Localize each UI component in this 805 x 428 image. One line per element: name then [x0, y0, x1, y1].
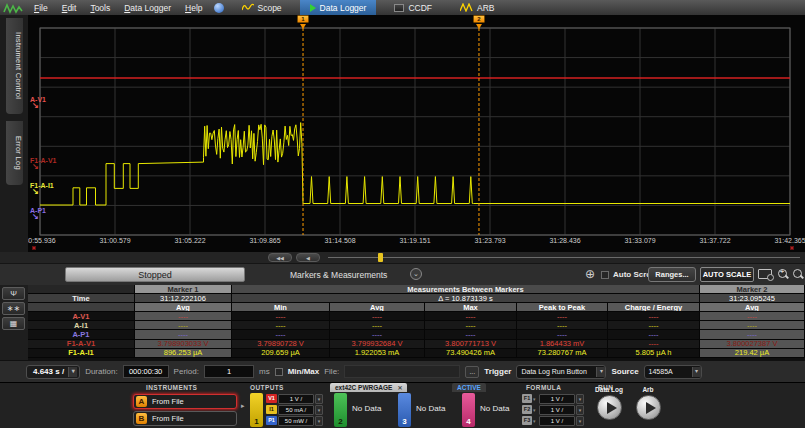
screenshot-icon[interactable]	[758, 269, 772, 279]
zoom-in-icon[interactable]: +	[777, 268, 790, 281]
marker1-avg-col: Avg	[135, 303, 232, 312]
formula-scale-f1[interactable]: 1 V /	[539, 394, 575, 404]
row-label-a-v1: A-V1	[28, 312, 135, 321]
measurement-value: 5.805 µA h	[608, 349, 700, 358]
tag-f1: F1	[522, 394, 532, 403]
scale-value-v1[interactable]: 1 V /	[278, 394, 314, 404]
auto-scale-button[interactable]: AUTO SCALE	[700, 267, 754, 282]
sidebar-tab-error-log[interactable]: Error Log	[6, 121, 23, 185]
file-field[interactable]	[344, 365, 460, 378]
chevron-down-icon[interactable]: ▾	[576, 416, 584, 426]
stopped-status-button[interactable]: Stopped	[65, 267, 245, 282]
channel-4-bar[interactable]: 4	[462, 393, 475, 427]
between-markers-header: Measurements Between Markers	[232, 285, 700, 294]
close-icon[interactable]: ✕	[397, 384, 402, 391]
instrument-a-button[interactable]: A From File	[133, 394, 237, 409]
menu-tools[interactable]: Tools	[83, 3, 117, 13]
chevron-down-icon[interactable]: ▾	[576, 394, 584, 404]
measurement-value: ----	[608, 321, 700, 330]
marker1-value: 3.798903033 V	[135, 340, 232, 349]
arb-label: Arb	[634, 386, 662, 393]
x-axis-tick: 31:37.722	[699, 237, 730, 244]
channel-2-bar[interactable]: 2	[334, 393, 347, 427]
sidebar-tab-instrument-control[interactable]: Instrument Control	[6, 18, 23, 114]
instrument-b-button[interactable]: B From File	[133, 411, 237, 426]
probe-tool-icon[interactable]: Ψ	[2, 287, 25, 300]
chart-toolbar: Stopped Markers & Measurements ⌄ ⊕ Auto …	[0, 263, 805, 285]
browse-file-button[interactable]: ...	[465, 366, 479, 378]
chevron-down-icon[interactable]: ▾	[315, 405, 323, 415]
chevron-down-icon[interactable]: ▾	[533, 418, 538, 424]
row-label-a-p1: A-P1	[28, 330, 135, 339]
tab-scope[interactable]: Scope	[232, 0, 292, 15]
tab-data-logger[interactable]: Data Logger	[300, 0, 377, 15]
ranges-button[interactable]: Ranges...	[648, 267, 696, 282]
marker-flag-2[interactable]: 2	[473, 15, 485, 29]
source-dropdown[interactable]: 14585A ▾	[644, 365, 702, 379]
channel-1-bar[interactable]: 1	[250, 393, 263, 427]
auto-scroll-checkbox[interactable]	[601, 271, 609, 279]
channel-2-no-data: No Data	[352, 404, 381, 413]
file-tab-active-log[interactable]: ext42C PWRGAGE ✕	[330, 383, 407, 392]
scroll-track[interactable]	[328, 257, 800, 258]
zoom-out-icon[interactable]	[792, 268, 805, 281]
crosshair-icon[interactable]: ⊕	[585, 267, 595, 281]
channel-arrow-icon: ↘	[32, 163, 56, 170]
menu-bar: File Edit Tools Data Logger Help Scope D…	[0, 0, 805, 15]
chart-scrollbar: ◀◀ ◀	[0, 252, 805, 263]
chevron-down-icon[interactable]: ▾	[576, 405, 584, 415]
measurement-value: ----	[517, 321, 608, 330]
chevron-down-icon[interactable]: ▾	[315, 416, 323, 426]
tab-ccdf[interactable]: CCDF	[384, 0, 442, 15]
measurement-value: ----	[232, 330, 330, 339]
markers-dropdown-icon[interactable]: ⌄	[410, 268, 422, 280]
data-log-play-button[interactable]	[597, 395, 622, 420]
arb-play-button[interactable]	[636, 395, 661, 420]
expander-icon[interactable]: ▸	[241, 402, 245, 410]
channel-3-bar[interactable]: 3	[398, 393, 411, 427]
period-label: Period:	[174, 367, 199, 376]
grid-view-icon[interactable]: ▦	[2, 317, 25, 330]
measurement-value: 73.490426 mA	[425, 349, 517, 358]
output-row-v1: V11 V /▾	[266, 393, 323, 404]
menu-data-logger[interactable]: Data Logger	[117, 3, 178, 13]
x-axis-tick: 31:19.151	[399, 237, 430, 244]
duration-field[interactable]: 000:00:30	[123, 365, 169, 378]
trigger-dropdown[interactable]: Data Log Run Button ▾	[516, 365, 606, 379]
info-icon[interactable]	[214, 3, 224, 13]
chevron-down-icon[interactable]: ▾	[533, 407, 538, 413]
scroll-back-all-button[interactable]: ◀◀	[268, 253, 292, 262]
markers-tool-icon[interactable]: ∗∗	[2, 302, 25, 315]
menu-file[interactable]: File	[27, 3, 55, 13]
menu-edit[interactable]: Edit	[55, 3, 84, 13]
marker1-value: ----	[135, 330, 232, 339]
x-axis-tick: 31:09.865	[249, 237, 280, 244]
formula-scale-f3[interactable]: 1 V /	[539, 416, 575, 426]
menu-help[interactable]: Help	[178, 3, 209, 13]
app-window: File Edit Tools Data Logger Help Scope D…	[0, 0, 805, 428]
formula-scale-f2[interactable]: 1 V /	[539, 405, 575, 415]
period-field[interactable]: 1	[204, 365, 254, 378]
scroll-handle[interactable]	[378, 253, 383, 262]
instrument-a-icon: A	[136, 396, 147, 407]
file-tab-secondary[interactable]: ACTIVE	[452, 383, 486, 392]
tab-arb[interactable]: ARB	[450, 0, 504, 15]
scale-value-i1[interactable]: 50 mA /	[278, 405, 314, 415]
chevron-down-icon[interactable]: ▾	[315, 394, 323, 404]
chevron-down-icon[interactable]: ▾	[533, 396, 538, 402]
minmax-checkbox[interactable]	[275, 368, 283, 376]
scroll-back-button[interactable]: ◀	[296, 253, 320, 262]
scale-value-p1[interactable]: 50 mW /	[278, 416, 314, 426]
file-tab2-label: ACTIVE	[457, 384, 481, 391]
source-label: Source	[611, 367, 638, 376]
marker1-header: Marker 1	[135, 285, 232, 294]
marker-flag-1[interactable]: 1	[297, 15, 309, 29]
marker-flag-number: 1	[297, 15, 309, 23]
arb-waveform-icon	[460, 3, 473, 12]
x-axis-tick: 31:05.222	[174, 237, 205, 244]
scroll-limit-left-icon	[32, 246, 36, 250]
time-scale-dropdown[interactable]: 4.643 s / ▾	[26, 365, 80, 379]
col-header-avg: Avg	[330, 303, 425, 312]
run-arb-group: Arb	[634, 386, 662, 420]
measurement-value: ----	[330, 321, 425, 330]
